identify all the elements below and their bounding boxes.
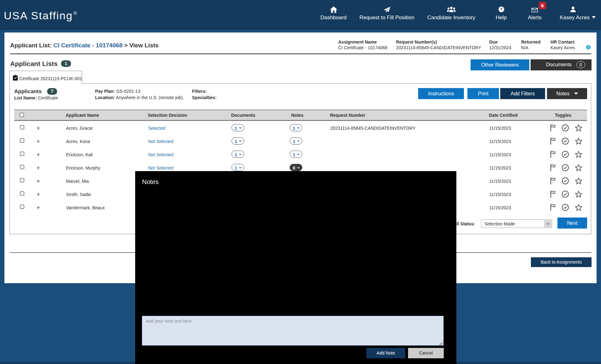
svg-text:?: ? [500, 7, 502, 12]
